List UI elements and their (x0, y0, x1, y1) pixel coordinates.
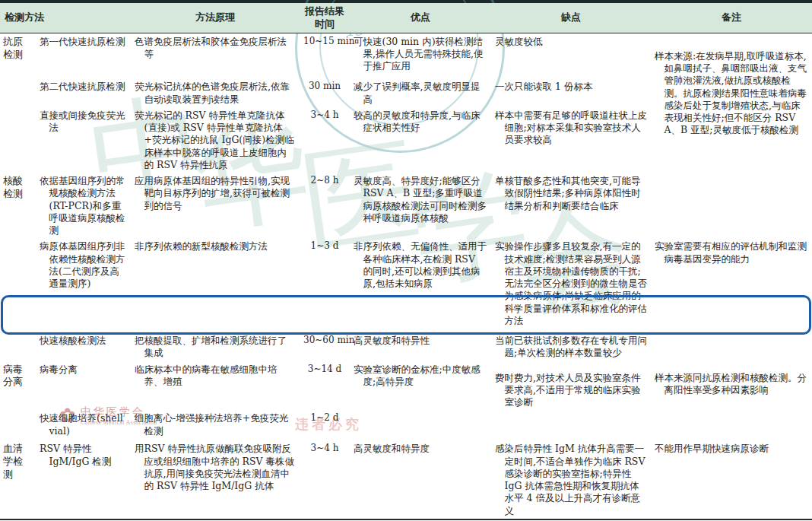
cell-principle: 色谱免疫层析法和胶体金免疫层析法等 (131, 33, 300, 78)
cell-cons: 一次只能读取 1 份标本 (491, 78, 651, 107)
cell-report-time: 3~14 d (300, 361, 350, 411)
cell-remarks (651, 173, 812, 238)
column-header-report-time: 报告结果 时间 (300, 3, 350, 33)
cell-principle: 临床标本中的病毒在敏感细胞中培养、增殖 (131, 361, 300, 411)
cell-remarks: 样本来源:在发病早期,取呼吸道标本,如鼻咽拭子、鼻咽部吸出液、支气管肺泡灌洗液,… (651, 33, 812, 173)
column-header-remarks: 备注 (651, 3, 812, 33)
cell-remarks: 不能用作早期快速病原诊断 (651, 440, 812, 519)
cell-cons: 费时费力,对技术人员及实验室条件要求高,不适用于常规的临床实验室诊断 (491, 361, 651, 411)
cell-pros: 较高的灵敏度和特异度,与临床症状相关性好 (350, 107, 491, 173)
table-header-row: 检测方法 方法原理 报告结果 时间 优点 缺点 备注 (0, 3, 812, 33)
cell-principle: 荧光标记的 RSV 特异性单克隆抗体(直接)或 RSV 特异性单克隆抗体+荧光标… (131, 107, 300, 173)
column-header-pros: 优点 (350, 3, 491, 33)
cell-pros: 减少了误判概率,灵敏度明显提高 (350, 78, 491, 107)
cell-pros (350, 410, 491, 440)
cell-method: 快速细胞培养(shell vial) (32, 410, 131, 440)
group-label-antigen: 抗原检测 (0, 33, 32, 173)
cell-cons (491, 410, 651, 440)
cell-principle: 应用病原体基因组的特异性引物,实现靶向目标序列的扩增,获得可被检测到的信号 (131, 173, 300, 238)
group-label-virus-isolation: 病毒分离 (0, 361, 32, 441)
cell-cons: 感染后特异性 IgM 抗体升高需要一定时间,不适合单独作为临床 RSV 感染诊断… (491, 440, 651, 519)
cell-method: 直接或间接免疫荧光法 (32, 107, 131, 173)
cell-pros: 灵敏度高、特异度好;能够区分 RSV A、B 亚型;多重呼吸道病原核酸检测法可同… (350, 173, 491, 238)
cell-method: 第一代快速抗原检测 (32, 33, 131, 78)
cell-report-time: 30 min (300, 78, 350, 107)
cell-method: 第二代快速抗原检测 (32, 78, 131, 107)
guideline-table-page: 19 中 华 医 学 会 ✿ 中华医学会 Chinese Medical Ass… (0, 0, 812, 521)
table-row: 核酸检测 依据基因组序列的常规核酸检测方法(RT-PCR)和多重呼吸道病原核酸检… (0, 173, 812, 238)
cell-remarks: 样本来源同抗原检测和核酸检测。分离阳性率受多种因素影响 (651, 361, 812, 441)
cell-pros: 实验室诊断的金标准;中度敏感度;高特异度 (350, 361, 491, 411)
cell-principle: 用RSV 特异性抗原做酶联免疫吸附反应或组织细胞中培养的 RSV 毒株做抗原,用… (131, 440, 300, 519)
column-header-principle: 方法原理 (131, 3, 300, 33)
cell-report-time: 3~4 h (300, 107, 350, 173)
rsv-detection-methods-table: 检测方法 方法原理 报告结果 时间 优点 缺点 备注 抗原检测 第一代快速抗原检… (0, 0, 812, 520)
cell-pros: 可快速(30 min 内)获得检测结果,操作人员无需特殊技能,便于推广应用 (350, 33, 491, 78)
cell-cons: 单核苷酸多态性和其他突变,可能导致假阴性结果;多种病原体阳性时结果分析和判断要结… (491, 173, 651, 238)
rapid-nucleic-acid-row-highlight-box (1, 295, 811, 335)
cell-method: 依据基因组序列的常规核酸检测方法(RT-PCR)和多重呼吸道病原核酸检测 (32, 173, 131, 238)
column-header-cons: 缺点 (491, 3, 651, 33)
cell-method: 病毒分离 (32, 361, 131, 411)
table-row: 抗原检测 第一代快速抗原检测 色谱免疫层析法和胶体金免疫层析法等 10~15 m… (0, 33, 812, 78)
table-row: 血清学检测 RSV 特异性 IgM/IgG 检测 用RSV 特异性抗原做酶联免疫… (0, 440, 812, 519)
cell-principle: 荧光标记抗体的色谱免疫层析法,依靠自动读取装置判读结果 (131, 78, 300, 107)
cell-cons: 灵敏度较低 (491, 33, 651, 78)
cell-report-time: 10~15 min (300, 33, 350, 78)
table-row: 病毒分离 病毒分离 临床标本中的病毒在敏感细胞中培养、增殖 3~14 d 实验室… (0, 361, 812, 411)
cell-pros: 高灵敏度和特异度 (350, 440, 491, 519)
column-header-method: 检测方法 (0, 3, 131, 33)
cell-report-time: 2~8 h (300, 173, 350, 238)
cell-report-time: 3~4 h (300, 440, 350, 519)
cell-method: RSV 特异性 IgM/IgG 检测 (32, 440, 131, 519)
cell-report-time: 1~2 d (300, 410, 350, 440)
group-label-serology: 血清学检测 (0, 440, 32, 519)
cell-principle: 细胞离心-增强接种法培养+免疫荧光检测 (131, 410, 300, 440)
cell-cons: 样本中需要有足够的呼吸道柱状上皮细胞;对标本采集和实验室技术人员要求较高 (491, 107, 651, 173)
